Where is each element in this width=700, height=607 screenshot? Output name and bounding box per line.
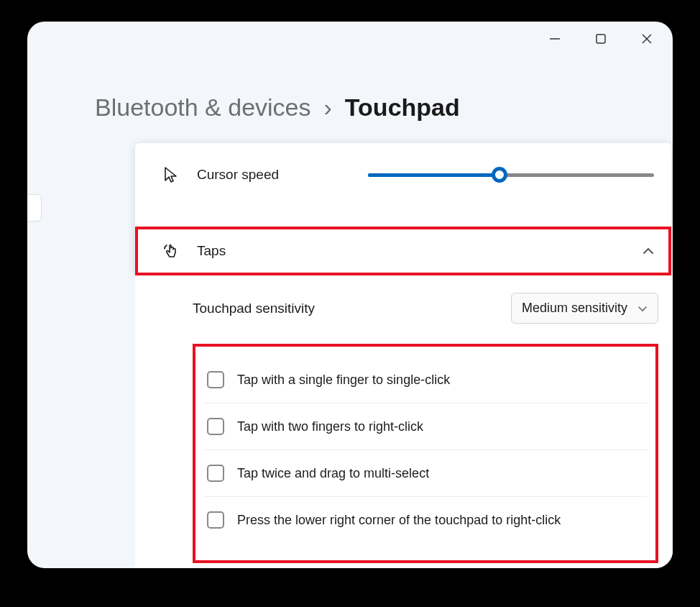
option-corner-click[interactable]: Press the lower right corner of the touc… <box>204 497 647 543</box>
breadcrumb-current: Touchpad <box>345 93 460 122</box>
settings-window: Bluetooth & devices › Touchpad Cursor sp… <box>27 22 673 568</box>
sensitivity-row: Touchpad sensitivity Medium sensitivity <box>193 287 658 341</box>
side-stub <box>27 194 42 222</box>
cursor-icon <box>161 165 181 185</box>
tap-options-panel: Tap with a single finger to single-click… <box>193 344 658 563</box>
option-label: Tap with two fingers to right-click <box>237 419 423 434</box>
checkbox[interactable] <box>207 371 224 388</box>
breadcrumb-parent[interactable]: Bluetooth & devices <box>95 93 311 122</box>
slider-thumb[interactable] <box>492 167 507 183</box>
cursor-speed-label: Cursor speed <box>197 167 279 183</box>
chevron-right-icon: › <box>324 93 332 122</box>
option-label: Tap with a single finger to single-click <box>237 373 450 388</box>
chevron-up-icon <box>643 245 654 257</box>
settings-card: Cursor speed Taps <box>135 143 671 275</box>
checkbox[interactable] <box>207 465 224 482</box>
taps-expander[interactable]: Taps <box>135 227 671 275</box>
option-single-tap[interactable]: Tap with a single finger to single-click <box>204 357 647 403</box>
option-two-finger-tap[interactable]: Tap with two fingers to right-click <box>204 403 647 450</box>
checkbox[interactable] <box>207 418 224 435</box>
tap-icon <box>161 241 181 261</box>
sensitivity-label: Touchpad sensitivity <box>193 301 315 316</box>
checkbox[interactable] <box>207 511 224 529</box>
close-button[interactable] <box>638 30 655 47</box>
taps-label: Taps <box>197 243 226 259</box>
taps-sub-panel: Touchpad sensitivity Medium sensitivity … <box>135 275 673 568</box>
window-controls <box>546 30 655 47</box>
option-label: Press the lower right corner of the touc… <box>237 513 561 528</box>
chevron-down-icon <box>637 303 648 314</box>
cursor-speed-row: Cursor speed <box>135 143 671 212</box>
sensitivity-dropdown[interactable]: Medium sensitivity <box>511 293 658 324</box>
sensitivity-value: Medium sensitivity <box>522 301 627 316</box>
option-tap-drag[interactable]: Tap twice and drag to multi-select <box>204 450 647 497</box>
minimize-button[interactable] <box>546 30 563 47</box>
cursor-speed-slider[interactable] <box>368 168 654 182</box>
option-label: Tap twice and drag to multi-select <box>237 466 429 481</box>
svg-rect-1 <box>597 35 605 43</box>
content-area: Cursor speed Taps <box>56 143 673 568</box>
maximize-button[interactable] <box>592 30 609 47</box>
